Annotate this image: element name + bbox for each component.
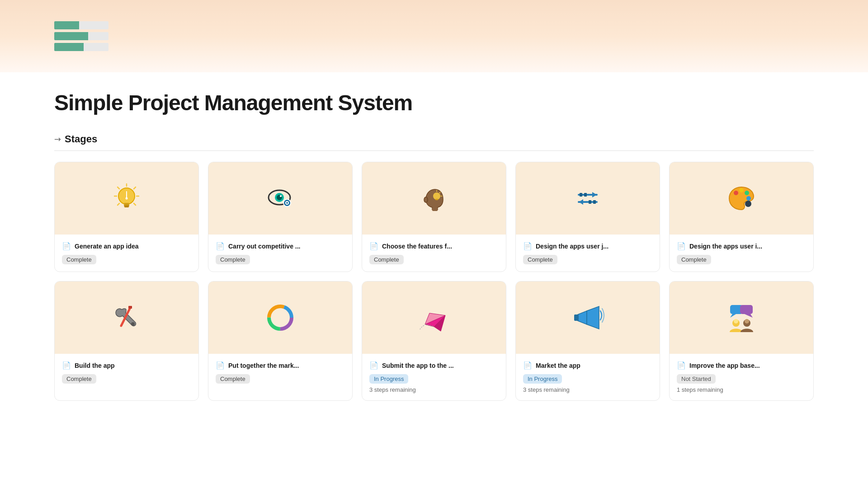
svg-rect-55 [740, 305, 753, 314]
card-title: Put together the mark... [228, 362, 299, 369]
head-icon [416, 180, 452, 216]
card-title-row: 📄 Market the app [523, 361, 652, 370]
tools-icon [108, 300, 145, 336]
svg-point-19 [286, 202, 288, 204]
status-badge: Complete [62, 374, 96, 384]
people-icon [723, 300, 760, 336]
logo-icon [54, 21, 108, 51]
svg-rect-33 [593, 200, 596, 204]
paper-plane-icon [416, 300, 452, 336]
svg-point-22 [433, 192, 440, 200]
status-badge: Complete [523, 255, 557, 264]
svg-point-36 [739, 188, 744, 192]
card-title-row: 📄 Choose the features f... [369, 242, 499, 250]
svg-point-20 [424, 197, 428, 202]
card-image-head [362, 162, 506, 235]
card-title-row: 📄 Submit the app to the ... [369, 361, 499, 370]
card-competitive-research[interactable]: 📄 Carry out competitive ... Complete [208, 162, 353, 272]
card-body: 📄 Design the apps user j... Complete [516, 235, 660, 272]
logo-bar-white [84, 43, 108, 51]
card-image-eye [208, 162, 352, 235]
section-arrow-icon: ↗ [52, 133, 63, 145]
card-title-row: 📄 Design the apps user j... [523, 242, 652, 250]
status-badge: Complete [62, 255, 96, 264]
svg-rect-21 [432, 207, 438, 211]
status-badge: Complete [216, 374, 250, 384]
svg-line-7 [118, 187, 119, 189]
palette-icon [723, 180, 760, 216]
section-title: Stages [65, 133, 97, 145]
card-design-user-interface[interactable]: 📄 Design the apps user i... Complete [669, 162, 814, 272]
svg-rect-3 [124, 206, 129, 207]
card-title: Choose the features f... [382, 243, 452, 250]
svg-rect-31 [580, 193, 582, 197]
logo-bar-white [79, 21, 108, 29]
doc-icon: 📄 [677, 361, 686, 370]
card-build-app[interactable]: 📄 Build the app Complete [54, 281, 199, 401]
card-title: Build the app [75, 362, 115, 369]
doc-icon: 📄 [523, 242, 532, 250]
card-title: Improve the app base... [689, 362, 760, 369]
section-header: ↗ Stages [54, 133, 814, 151]
svg-point-12 [126, 197, 128, 200]
svg-rect-52 [574, 314, 579, 321]
piechart-icon [262, 300, 298, 336]
card-improve-app[interactable]: 📄 Improve the app base... Not Started 1 … [669, 281, 814, 401]
lightbulb-icon [108, 180, 145, 216]
card-image-palette [670, 162, 813, 235]
svg-rect-42 [128, 306, 132, 309]
svg-point-16 [280, 195, 282, 197]
card-title: Generate an app idea [75, 243, 139, 250]
svg-marker-54 [730, 314, 736, 318]
svg-line-10 [118, 203, 119, 205]
status-badge: Complete [677, 255, 711, 264]
card-market-app[interactable]: 📄 Market the app In Progress 3 steps rem… [515, 281, 660, 401]
card-title-row: 📄 Carry out competitive ... [216, 242, 345, 250]
card-submit-app[interactable]: 📄 Submit the app to the ... In Progress … [362, 281, 506, 401]
doc-icon: 📄 [62, 242, 71, 250]
doc-icon: 📄 [523, 361, 532, 370]
card-title: Design the apps user i... [689, 243, 762, 250]
doc-icon: 📄 [369, 361, 378, 370]
card-title-row: 📄 Build the app [62, 361, 191, 370]
card-title: Design the apps user j... [536, 243, 609, 250]
header-banner [0, 0, 868, 72]
card-title: Market the app [536, 362, 580, 369]
card-design-user-journey1[interactable]: 📄 Design the apps user j... Complete [515, 162, 660, 272]
card-body: 📄 Carry out competitive ... Complete [208, 235, 352, 272]
steps-remaining: 3 steps remaining [523, 386, 652, 393]
doc-icon: 📄 [62, 361, 71, 370]
card-title-row: 📄 Improve the app base... [677, 361, 806, 370]
doc-icon: 📄 [216, 361, 225, 370]
svg-point-35 [734, 191, 738, 195]
svg-marker-28 [592, 192, 597, 197]
card-generate-app-idea[interactable]: 📄 Generate an app idea Complete [54, 162, 199, 272]
steps-remaining: 1 steps remaining [677, 386, 806, 393]
page-title: Simple Project Management System [54, 90, 814, 115]
svg-rect-32 [584, 193, 587, 197]
svg-point-38 [746, 196, 751, 201]
logo-bar-3 [54, 43, 108, 51]
svg-marker-56 [745, 314, 753, 318]
svg-point-58 [734, 319, 738, 324]
card-title: Carry out competitive ... [228, 243, 300, 250]
svg-rect-23 [435, 199, 438, 200]
doc-icon: 📄 [216, 242, 225, 250]
card-marketing-plan[interactable]: 📄 Put together the mark... Complete [208, 281, 353, 401]
svg-marker-51 [578, 311, 587, 324]
logo-bar-green [54, 43, 84, 51]
card-body: 📄 Build the app Complete [55, 354, 198, 391]
status-badge: Complete [369, 255, 404, 264]
card-title: Submit the app to the ... [382, 362, 454, 369]
svg-point-40 [131, 322, 135, 326]
card-image-megaphone [516, 282, 660, 354]
card-body: 📄 Generate an app idea Complete [55, 235, 198, 272]
doc-icon: 📄 [677, 242, 686, 250]
doc-icon: 📄 [369, 242, 378, 250]
card-image-piechart [208, 282, 352, 354]
card-image-tools [55, 282, 198, 354]
svg-point-39 [745, 201, 751, 207]
card-choose-features[interactable]: 📄 Choose the features f... Complete [362, 162, 506, 272]
svg-point-60 [745, 319, 749, 324]
logo-bar-green [54, 21, 79, 29]
